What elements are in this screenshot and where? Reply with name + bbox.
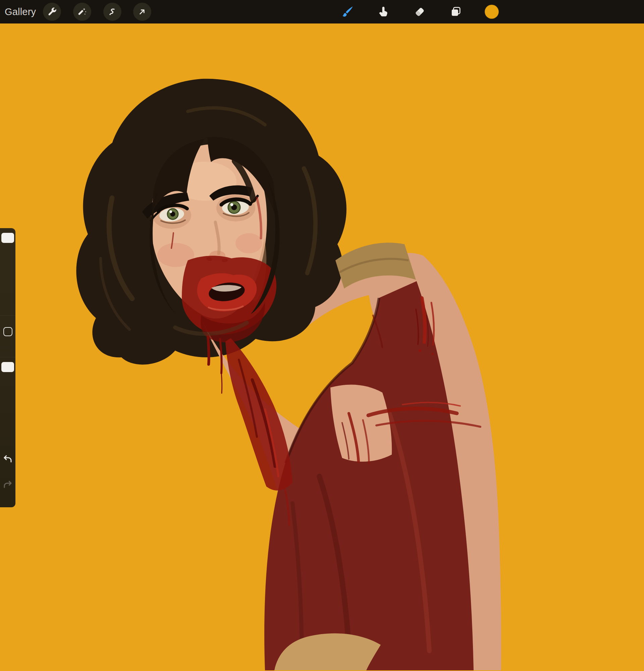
eraser-tool-button[interactable] [412, 4, 427, 19]
redo-button[interactable] [0, 477, 15, 493]
modify-square-icon [3, 327, 12, 336]
brush-size-slider[interactable] [0, 228, 15, 316]
selection-button[interactable] [103, 3, 121, 21]
smudge-tool-button[interactable] [376, 4, 391, 19]
gallery-button[interactable]: Gallery [5, 0, 36, 24]
sidebar [0, 228, 15, 507]
undo-button[interactable] [0, 451, 15, 467]
actions-button[interactable] [43, 3, 61, 21]
magic-wand-icon [77, 7, 87, 16]
top-toolbar: Gallery [0, 0, 644, 24]
layers-icon [449, 5, 462, 18]
paint-brush-icon [341, 5, 354, 18]
paint-tool-button[interactable] [340, 4, 355, 19]
layers-button[interactable] [449, 4, 463, 19]
color-swatch [484, 4, 499, 19]
eraser-icon [413, 5, 426, 18]
smudge-finger-icon [377, 5, 390, 18]
selection-s-icon [108, 7, 117, 16]
opacity-slider-handle[interactable] [1, 362, 14, 372]
wrench-icon [47, 7, 57, 16]
gallery-label: Gallery [5, 7, 36, 17]
redo-arrow-icon [3, 479, 13, 490]
undo-arrow-icon [3, 454, 13, 464]
transform-arrow-icon [138, 7, 147, 16]
transform-button[interactable] [133, 3, 151, 21]
canvas-artwork[interactable] [0, 24, 644, 671]
canvas-area[interactable] [0, 24, 644, 671]
brush-size-slider-handle[interactable] [1, 233, 14, 243]
color-swatch-button[interactable] [484, 4, 499, 19]
adjustments-button[interactable] [73, 3, 91, 21]
modify-button[interactable] [0, 323, 15, 340]
opacity-slider[interactable] [0, 357, 15, 451]
